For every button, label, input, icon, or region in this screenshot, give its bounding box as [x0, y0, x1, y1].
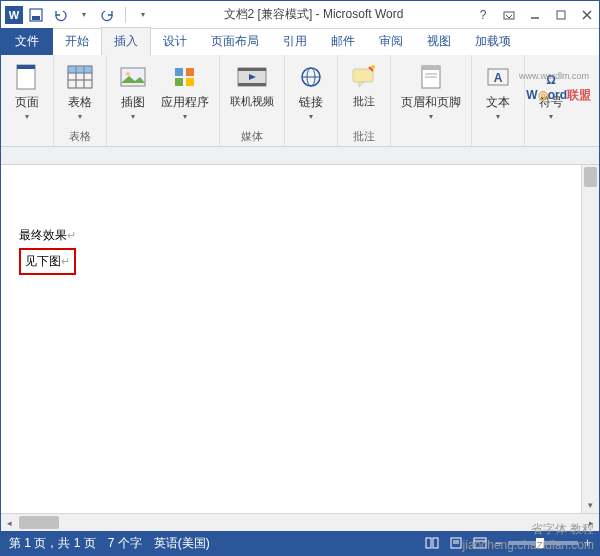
- svg-point-28: [371, 65, 375, 69]
- undo-icon[interactable]: [51, 6, 69, 24]
- save-icon[interactable]: [27, 6, 45, 24]
- ribbon-group-text: A 文本▾: [472, 55, 525, 146]
- table-button[interactable]: 表格▾: [60, 59, 100, 127]
- ribbon-group-comments: 批注 批注: [338, 55, 391, 146]
- scroll-thumb[interactable]: [584, 167, 597, 187]
- logo-url: www.wordlm.com: [519, 71, 589, 81]
- ribbon-group-table: 表格▾ 表格: [54, 55, 107, 146]
- maximize-icon[interactable]: [553, 7, 569, 23]
- headerfooter-button[interactable]: 页眉和页脚▾: [397, 59, 465, 144]
- brand-logo: W◎ord联盟: [526, 83, 591, 104]
- links-icon: [295, 61, 327, 93]
- help-icon[interactable]: ?: [475, 7, 491, 23]
- ribbon-options-icon[interactable]: [501, 7, 517, 23]
- app-icon: W: [5, 6, 23, 24]
- svg-rect-22: [238, 68, 266, 71]
- ribbon-group-headerfooter: 页眉和页脚▾: [391, 55, 472, 146]
- svg-rect-27: [353, 69, 373, 82]
- watermark: 省字体 教程 jiaocheng.chazidian.com: [463, 521, 594, 552]
- comment-button[interactable]: 批注: [344, 59, 384, 127]
- pictures-icon: [117, 61, 149, 93]
- status-language[interactable]: 英语(美国): [154, 535, 210, 552]
- tab-design[interactable]: 设计: [151, 28, 199, 55]
- svg-rect-30: [422, 66, 440, 70]
- tab-home[interactable]: 开始: [53, 28, 101, 55]
- paragraph-mark-icon: ↵: [61, 255, 70, 267]
- status-page[interactable]: 第 1 页，共 1 页: [9, 535, 96, 552]
- header-icon: [415, 61, 447, 93]
- textbox-icon: A: [482, 61, 514, 93]
- svg-rect-1: [32, 16, 40, 20]
- page-canvas[interactable]: 最终效果↵ 见下图↵: [1, 165, 581, 513]
- redo-icon[interactable]: [99, 6, 117, 24]
- close-icon[interactable]: [579, 7, 595, 23]
- pages-button[interactable]: 页面▾: [7, 59, 47, 144]
- undo-dropdown-icon[interactable]: ▾: [75, 6, 93, 24]
- svg-rect-14: [68, 66, 92, 73]
- horizontal-ruler[interactable]: [1, 147, 599, 165]
- scroll-left-icon[interactable]: ◂: [1, 518, 17, 528]
- svg-rect-19: [175, 78, 183, 86]
- svg-rect-8: [17, 65, 35, 69]
- online-video-button[interactable]: 联机视频: [226, 59, 278, 127]
- titlebar: W ▾ ▾ 文档2 [兼容模式] - Microsoft Word ?: [1, 1, 599, 29]
- tab-references[interactable]: 引用: [271, 28, 319, 55]
- comment-icon: [348, 61, 380, 93]
- logo-o-icon: ◎: [538, 88, 548, 102]
- qat-customize-icon[interactable]: ▾: [134, 6, 152, 24]
- text-button[interactable]: A 文本▾: [478, 59, 518, 144]
- svg-rect-20: [186, 78, 194, 86]
- tab-addins[interactable]: 加载项: [463, 28, 523, 55]
- svg-rect-37: [433, 538, 438, 548]
- apps-button[interactable]: 应用程序▾: [157, 59, 213, 144]
- paragraph-1: 最终效果↵: [19, 225, 563, 246]
- video-icon: [236, 61, 268, 93]
- apps-icon: [169, 61, 201, 93]
- tab-file[interactable]: 文件: [1, 28, 53, 55]
- table-icon: [64, 61, 96, 93]
- illustrations-button[interactable]: 插图▾: [113, 59, 153, 144]
- svg-point-16: [126, 72, 130, 76]
- links-button[interactable]: 链接▾: [291, 59, 331, 144]
- quick-access-toolbar: ▾ ▾: [27, 6, 152, 24]
- ribbon-group-media: 联机视频 媒体: [220, 55, 285, 146]
- svg-rect-17: [175, 68, 183, 76]
- ribbon-group-pages: 页面▾: [1, 55, 54, 146]
- scroll-down-icon[interactable]: ▾: [582, 497, 599, 513]
- ribbon-group-links: 链接▾: [285, 55, 338, 146]
- ribbon: 页面▾ 表格▾ 表格 插图▾ 应用程序▾: [1, 55, 599, 147]
- tab-layout[interactable]: 页面布局: [199, 28, 271, 55]
- svg-rect-15: [121, 68, 145, 86]
- view-read-icon[interactable]: [423, 535, 441, 551]
- ribbon-group-illustrations: 插图▾ 应用程序▾: [107, 55, 220, 146]
- highlight-box: 见下图↵: [19, 248, 76, 275]
- minimize-icon[interactable]: [527, 7, 543, 23]
- svg-rect-23: [238, 83, 266, 86]
- tab-review[interactable]: 审阅: [367, 28, 415, 55]
- svg-text:A: A: [494, 71, 503, 85]
- window-title: 文档2 [兼容模式] - Microsoft Word: [152, 6, 475, 23]
- scroll-thumb[interactable]: [19, 516, 59, 529]
- tab-mailings[interactable]: 邮件: [319, 28, 367, 55]
- paragraph-2: 见下图↵: [25, 253, 70, 268]
- svg-rect-36: [426, 538, 431, 548]
- paragraph-mark-icon: ↵: [67, 229, 76, 241]
- document-area: 最终效果↵ 见下图↵ ▴ ▾: [1, 165, 599, 513]
- tab-view[interactable]: 视图: [415, 28, 463, 55]
- ribbon-tabs: 文件 开始 插入 设计 页面布局 引用 邮件 审阅 视图 加载项: [1, 29, 599, 55]
- page-icon: [11, 61, 43, 93]
- status-wordcount[interactable]: 7 个字: [108, 535, 142, 552]
- tab-insert[interactable]: 插入: [101, 27, 151, 55]
- svg-rect-18: [186, 68, 194, 76]
- svg-rect-4: [557, 11, 565, 19]
- vertical-scrollbar[interactable]: ▴ ▾: [581, 165, 599, 513]
